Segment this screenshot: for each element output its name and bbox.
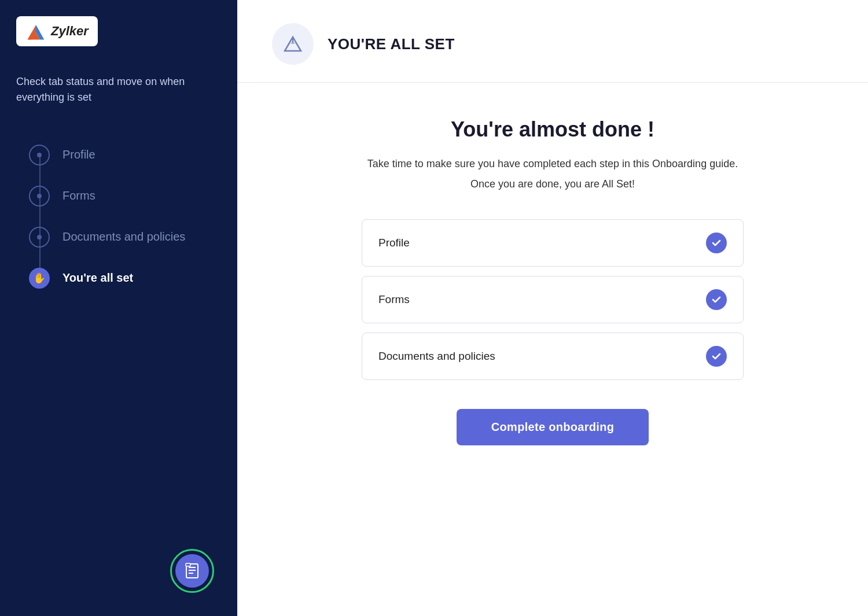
- bottom-icon-ring: [170, 549, 214, 593]
- checkmark-profile: [711, 237, 722, 249]
- checklist-icon: [183, 562, 201, 580]
- step-label-profile: Profile: [62, 134, 95, 175]
- main-body: You're almost done ! Take time to make s…: [237, 83, 868, 480]
- step-label-forms: Forms: [62, 175, 95, 216]
- step-label-docs: Documents and policies: [62, 216, 185, 257]
- main-content: YOU'RE ALL SET You're almost done ! Take…: [237, 0, 868, 616]
- hand-icon: ✋: [33, 272, 46, 285]
- check-circle-forms: [706, 289, 727, 310]
- checklist-item-docs: Documents and policies: [362, 333, 744, 380]
- checklist-item-forms: Forms: [362, 276, 744, 323]
- checklist-label-profile: Profile: [378, 237, 410, 249]
- checklist-label-docs: Documents and policies: [378, 350, 495, 363]
- logo-box: Zylker: [16, 16, 98, 46]
- header-title: YOU'RE ALL SET: [328, 35, 455, 53]
- checkmark-forms: [711, 294, 722, 305]
- step-allset[interactable]: ✋ You're all set: [29, 257, 237, 298]
- almost-done-title: You're almost done !: [451, 117, 654, 142]
- step-dot-docs: [37, 235, 42, 239]
- svg-rect-7: [186, 563, 190, 566]
- almost-done-desc1: Take time to make sure you have complete…: [367, 156, 738, 172]
- sidebar-subtitle: Check tab status and move on when everyt…: [0, 58, 237, 134]
- step-label-allset: You're all set: [62, 257, 133, 298]
- header-icon-circle: [272, 23, 314, 65]
- bottom-icon-inner: [175, 554, 209, 588]
- zylker-logo-icon: [25, 21, 46, 42]
- checklist: Profile Forms Documents and policies: [362, 219, 744, 380]
- sidebar: Zylker Check tab status and move on when…: [0, 0, 237, 616]
- step-forms[interactable]: Forms: [29, 175, 237, 216]
- logo-area: Zylker: [0, 0, 237, 58]
- logo-text: Zylker: [51, 24, 89, 39]
- step-dot-forms: [37, 194, 42, 198]
- sidebar-bottom: [0, 549, 237, 616]
- stepper: Profile Forms Documents and policies ✋ Y…: [0, 134, 237, 549]
- checklist-label-forms: Forms: [378, 293, 410, 306]
- checkmark-docs: [711, 351, 722, 362]
- step-profile[interactable]: Profile: [29, 134, 237, 175]
- step-dot-profile: [37, 153, 42, 157]
- step-circle-docs: [29, 227, 50, 248]
- step-circle-profile: [29, 145, 50, 165]
- check-circle-profile: [706, 233, 727, 253]
- main-header: YOU'RE ALL SET: [237, 0, 868, 83]
- almost-done-desc2: Once you are done, you are All Set!: [470, 178, 635, 190]
- complete-onboarding-button[interactable]: Complete onboarding: [457, 409, 649, 445]
- check-circle-docs: [706, 346, 727, 367]
- step-circle-allset: ✋: [29, 268, 50, 289]
- step-circle-forms: [29, 186, 50, 206]
- checklist-item-profile: Profile: [362, 219, 744, 267]
- step-docs[interactable]: Documents and policies: [29, 216, 237, 257]
- mountain-icon: [281, 32, 304, 56]
